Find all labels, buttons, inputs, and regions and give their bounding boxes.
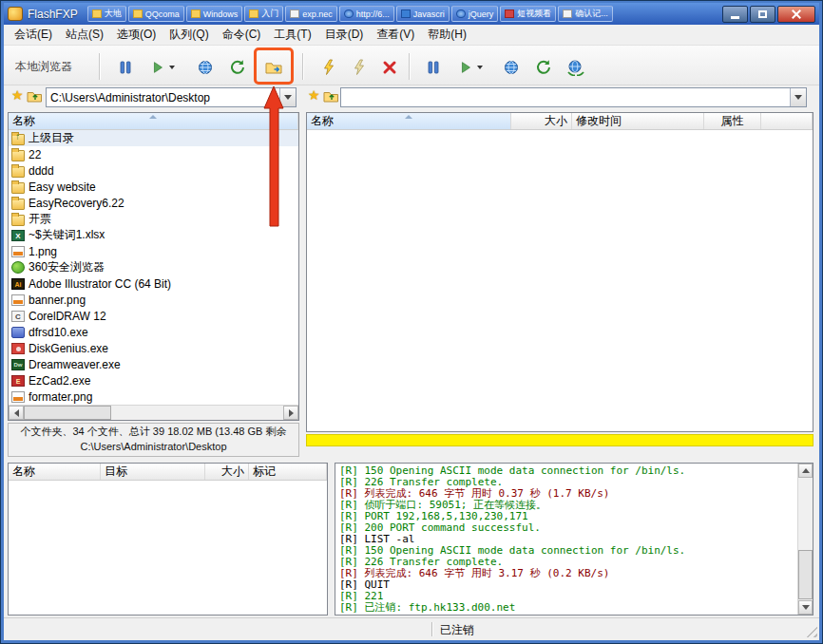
disconnect-button[interactable]	[346, 54, 373, 81]
lightning-icon	[320, 59, 337, 76]
queue-column-name[interactable]: 名称	[9, 464, 101, 480]
close-button[interactable]	[777, 6, 815, 23]
file-list-item[interactable]: ~$关键词1.xlsx	[9, 227, 298, 243]
remote-sync-button[interactable]	[563, 54, 589, 81]
titlebar-tab[interactable]: Javascri	[396, 6, 450, 22]
scroll-down-button[interactable]	[798, 600, 813, 615]
menu-item[interactable]: 站点(S)	[59, 25, 110, 45]
remote-path-combobox[interactable]	[340, 87, 807, 107]
file-list-item[interactable]: Adobe Illustrator CC (64 Bit)	[9, 275, 298, 292]
file-icon	[11, 134, 25, 145]
local-file-list: 名称 上级目录 22 dddd	[8, 112, 299, 421]
remote-transfer-button[interactable]	[450, 54, 490, 81]
queue-body[interactable]	[9, 481, 327, 615]
file-list-item[interactable]: 22	[9, 146, 298, 162]
remote-folder-up-icon[interactable]	[323, 89, 339, 107]
local-horizontal-scrollbar[interactable]	[9, 405, 298, 420]
local-site-button[interactable]	[192, 54, 219, 81]
remote-column-filler	[761, 113, 813, 129]
connect-button[interactable]	[316, 54, 342, 81]
file-list-item[interactable]: EasyRecovery6.22	[9, 195, 298, 211]
file-icon	[11, 294, 25, 306]
menu-item[interactable]: 会话(E)	[8, 25, 59, 45]
remote-column-name[interactable]: 名称	[307, 113, 511, 129]
menu-item[interactable]: 命令(C)	[216, 25, 268, 45]
titlebar-tab[interactable]: 入门	[244, 6, 283, 22]
local-transfer-button[interactable]	[143, 54, 182, 81]
file-name: ~$关键词1.xlsx	[29, 227, 105, 243]
menu-item[interactable]: 目录(D)	[318, 25, 371, 45]
minimize-icon	[731, 16, 739, 19]
remote-column-size[interactable]: 大小	[511, 113, 572, 129]
abort-button[interactable]	[376, 54, 403, 81]
titlebar-tab[interactable]: exp.nec	[285, 6, 337, 22]
file-list-item[interactable]: 1.png	[9, 243, 298, 259]
tab-label: http://6...	[356, 9, 390, 19]
file-list-item[interactable]: banner.png	[9, 292, 298, 308]
scroll-left-button[interactable]	[9, 406, 24, 420]
titlebar-tab[interactable]: 短视频看	[500, 6, 556, 22]
file-list-item[interactable]: CorelDRAW 12	[9, 308, 298, 324]
file-list-item[interactable]: EzCad2.exe	[9, 372, 298, 388]
titlebar-tab[interactable]: Windows	[186, 6, 243, 22]
remote-favorites-star-icon[interactable]: ★	[308, 87, 320, 103]
scroll-right-button[interactable]	[283, 406, 298, 420]
local-pause-button[interactable]	[112, 54, 139, 81]
remote-path-dropdown-button[interactable]	[790, 88, 806, 106]
menu-item[interactable]: 选项(O)	[110, 25, 163, 45]
titlebar-tab[interactable]: 大地	[87, 6, 126, 22]
titlebar-tab[interactable]: 确认记...	[558, 6, 613, 22]
remote-column-attr[interactable]: 属性	[704, 113, 761, 129]
queue-pane: 名称 目标 大小 标记	[8, 463, 328, 616]
file-list-item[interactable]: dfrsd10.exe	[9, 324, 298, 340]
local-folder-up-icon[interactable]	[27, 89, 43, 107]
menu-item[interactable]: 查看(V)	[370, 25, 421, 45]
menu-item[interactable]: 队列(Q)	[163, 25, 215, 45]
file-list-item[interactable]: formater.png	[9, 388, 298, 405]
file-list-item[interactable]: 360安全浏览器	[9, 259, 298, 275]
queue-column-target[interactable]: 目标	[101, 464, 205, 480]
file-list-item[interactable]: 上级目录	[9, 130, 298, 146]
file-list-item[interactable]: 开票	[9, 211, 298, 227]
remote-list-body[interactable]	[307, 130, 813, 431]
remote-column-modified[interactable]: 修改时间	[572, 113, 704, 129]
abort-x-icon	[381, 59, 398, 76]
queue-column-flags[interactable]: 标记	[249, 464, 327, 480]
log-line: [R] 列表完成: 646 字节 用时 0.37 秒 (1.7 KB/s)	[339, 488, 793, 500]
scrollbar-thumb[interactable]	[24, 406, 111, 420]
tab-icon	[249, 9, 258, 18]
minimize-button[interactable]	[722, 6, 748, 23]
file-list-item[interactable]: dddd	[9, 162, 298, 179]
file-name: 1.png	[29, 245, 57, 258]
remote-file-list: 名称 大小 修改时间 属性	[306, 112, 813, 432]
menu-item[interactable]: 工具(T)	[267, 25, 317, 45]
local-refresh-button[interactable]	[224, 54, 251, 81]
maximize-button[interactable]	[750, 6, 775, 23]
file-name: Easy website	[29, 180, 96, 194]
local-path-dropdown-button[interactable]	[279, 88, 296, 106]
log-line: [R] 226 Transfer complete.	[339, 557, 793, 568]
file-list-item[interactable]: Easy website	[9, 179, 298, 195]
scrollbar-thumb[interactable]	[798, 550, 813, 599]
menu-item[interactable]: 帮助(H)	[421, 25, 473, 45]
titlebar-tab[interactable]: http://6...	[339, 6, 394, 22]
scroll-up-button[interactable]	[798, 464, 813, 478]
remote-site-button[interactable]	[498, 54, 525, 81]
queue-column-size[interactable]: 大小	[205, 464, 249, 480]
file-name: formater.png	[29, 390, 92, 404]
local-column-name[interactable]: 名称	[9, 113, 298, 129]
log-line: [R] 150 Opening ASCII mode data connecti…	[339, 545, 793, 557]
file-name: 360安全浏览器	[29, 259, 105, 275]
local-browser-label: 本地浏览器	[15, 59, 72, 75]
resize-grip[interactable]	[805, 625, 817, 637]
file-list-item[interactable]: DiskGenius.exe	[9, 340, 298, 356]
remote-pause-button[interactable]	[420, 54, 447, 81]
file-list-item[interactable]: Dreamweaver.exe	[9, 356, 298, 372]
remote-refresh-button[interactable]	[530, 54, 557, 81]
globe-sync-icon	[566, 59, 585, 76]
log-vertical-scrollbar[interactable]	[797, 464, 813, 615]
local-favorites-star-icon[interactable]: ★	[11, 87, 24, 103]
titlebar-tab[interactable]: jQuery	[451, 6, 499, 22]
titlebar-tab[interactable]: QQcoma	[128, 6, 184, 22]
local-path-combobox[interactable]: C:\Users\Administrator\Desktop	[46, 87, 297, 107]
